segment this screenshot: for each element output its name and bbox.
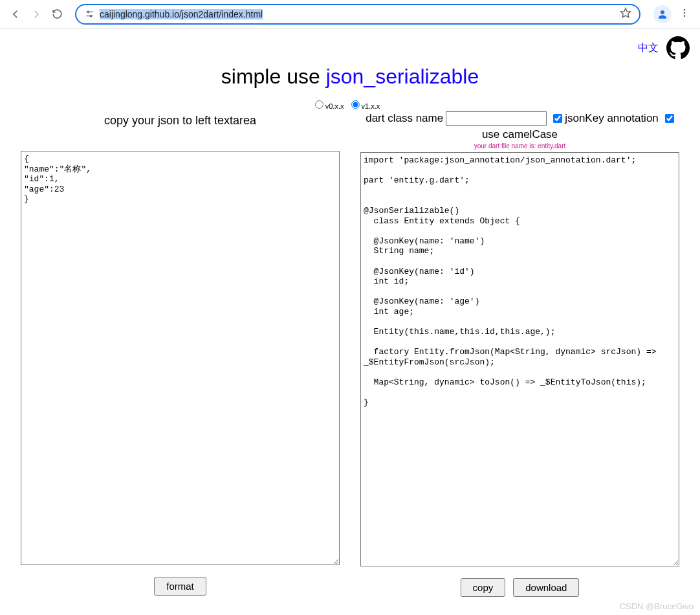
- svg-point-7: [684, 12, 686, 14]
- top-links: 中文: [10, 36, 690, 60]
- camelcase-checkbox[interactable]: [665, 114, 674, 123]
- version-v0-radio[interactable]: [315, 100, 323, 109]
- json-input-textarea[interactable]: [21, 151, 340, 565]
- title-prefix: simple use: [221, 65, 326, 88]
- version-v0-option[interactable]: v0.x.x: [315, 102, 344, 110]
- download-button[interactable]: download: [513, 578, 579, 597]
- version-selector: v0.x.x v1.x.x: [10, 100, 690, 110]
- right-buttons: copy download: [461, 578, 580, 597]
- page-content: 中文 simple use json_serializable v0.x.x v…: [0, 28, 700, 605]
- right-options: dart class name jsonKey annotation use c…: [360, 111, 679, 141]
- forward-button[interactable]: [28, 6, 44, 22]
- class-name-input[interactable]: [446, 111, 547, 126]
- title-link[interactable]: json_serializable: [326, 65, 479, 88]
- url-text: caijinglong.github.io/json2dart/index.ht…: [100, 9, 615, 19]
- version-v1-radio[interactable]: [351, 100, 360, 109]
- profile-avatar[interactable]: [653, 5, 672, 23]
- version-v1-option[interactable]: v1.x.x: [351, 102, 380, 110]
- bookmark-star-icon[interactable]: [620, 7, 631, 21]
- format-button[interactable]: format: [154, 577, 206, 596]
- github-icon[interactable]: [666, 36, 690, 60]
- filename-hint: your dart file name is: entity.dart: [474, 142, 566, 150]
- svg-point-2: [87, 11, 89, 13]
- svg-point-6: [684, 9, 686, 11]
- site-settings-icon[interactable]: [84, 9, 94, 19]
- left-column: copy your json to left textarea format: [21, 111, 340, 597]
- browser-toolbar: caijinglong.github.io/json2dart/index.ht…: [0, 0, 700, 28]
- jsonkey-checkbox[interactable]: [553, 114, 562, 123]
- jsonkey-label: jsonKey annotation: [565, 112, 659, 125]
- camelcase-label: use camelCase: [482, 128, 558, 141]
- page-title: simple use json_serializable: [10, 65, 690, 89]
- language-link[interactable]: 中文: [638, 41, 659, 55]
- svg-marker-4: [621, 8, 631, 17]
- browser-menu-icon[interactable]: [677, 5, 692, 23]
- svg-point-3: [90, 15, 92, 17]
- class-name-label: dart class name: [366, 112, 443, 125]
- svg-point-8: [684, 15, 686, 17]
- address-bar[interactable]: caijinglong.github.io/json2dart/index.ht…: [75, 4, 640, 25]
- left-heading: copy your json to left textarea: [104, 114, 256, 128]
- back-button[interactable]: [8, 6, 23, 22]
- reload-button[interactable]: [49, 6, 65, 22]
- watermark: CSDN @BruceGwo: [620, 601, 694, 611]
- right-column: dart class name jsonKey annotation use c…: [360, 111, 679, 597]
- svg-point-5: [661, 10, 664, 14]
- copy-button[interactable]: copy: [461, 578, 506, 597]
- dart-output-textarea[interactable]: [360, 152, 679, 566]
